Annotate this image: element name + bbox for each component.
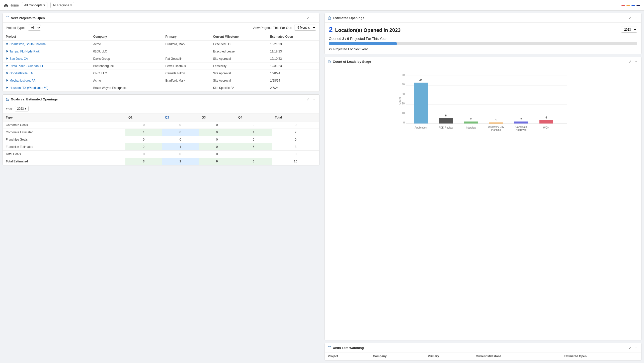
bar-candidate-label1: Candidate — [515, 126, 527, 128]
goals-chart-icon — [6, 97, 9, 101]
project-type-select[interactable]: All — [28, 25, 41, 31]
est-open-cell: 11/18/23 — [267, 48, 319, 55]
col-milestone: Current Milestone — [210, 33, 267, 41]
goals-cell: 6 — [235, 158, 272, 165]
svg-rect-3 — [6, 98, 7, 101]
goals-type-cell: Total Goals — [3, 151, 125, 158]
col-primary: Primary — [163, 33, 210, 41]
project-link[interactable]: ⚑San Jose, CA — [3, 55, 90, 63]
project-link[interactable]: ⚑Mechanicsburg, PA — [3, 77, 90, 84]
project-link[interactable]: ⚑Tampa, FL (Hyde Park) — [3, 48, 90, 55]
goals-expand-button[interactable]: ⤢ — [306, 97, 311, 102]
leads-chart-actions: ⤢ − — [628, 59, 638, 64]
next-projects-card: Next Projects to Open ⤢ − Project Type: … — [3, 13, 319, 92]
table-row: ⚑Tampa, FL (Hyde Park) 0209, LLC Execute… — [3, 48, 319, 55]
goals-collapse-button[interactable]: − — [312, 97, 316, 102]
leads-chart-card: Count of Leads by Stage ⤢ − 0 10 20 30 4… — [325, 57, 641, 340]
y-label-10: 10 — [402, 111, 405, 114]
next-projects-actions: ⤢ − — [306, 15, 316, 20]
far-out-select[interactable]: 9 Months — [294, 25, 316, 31]
goals-cell: 5 — [235, 143, 272, 151]
leads-chart-title: Count of Leads by Stage — [333, 60, 371, 64]
company-cell: Acme — [90, 77, 163, 84]
y-axis-label: Count — [398, 97, 401, 104]
bar-discovery: 1 Discovery Day Planning — [488, 119, 504, 131]
projects-table-header: Project Company Primary Current Mileston… — [3, 33, 319, 41]
bar-discovery-value: 1 — [495, 119, 497, 122]
col-est-open: Estimated Open — [267, 33, 319, 41]
units-collapse-button[interactable]: − — [634, 345, 638, 350]
goals-total-cell: 8 — [272, 143, 319, 151]
color-indicator-blue — [631, 5, 635, 6]
projected-next: 29 Projected For Next Year — [329, 47, 637, 51]
est-chart-icon — [328, 16, 331, 20]
units-col-project: Project — [325, 352, 370, 360]
project-link[interactable]: ⚑Pizza Place - Orlando, FL — [3, 63, 90, 70]
svg-rect-11 — [330, 61, 331, 63]
est-open-cell: 1/28/24 — [267, 77, 319, 84]
goals-total-cell: 10 — [272, 158, 319, 165]
leads-chart-svg: 0 10 20 30 40 50 Count — [329, 68, 637, 136]
goals-total-cell: 0 — [272, 151, 319, 158]
bar-interview-label: Interview — [466, 126, 476, 129]
units-col-primary: Primary — [425, 352, 473, 360]
table-row: ⚑Houston, TX (Woodlands #2) Bruce Wayne … — [3, 84, 319, 92]
goals-col-total: Total — [272, 114, 319, 122]
primary-cell: Bradford, Mark — [163, 77, 210, 84]
milestone-cell: Site Specific FA — [210, 84, 267, 92]
home-nav[interactable]: Home — [4, 3, 19, 7]
goals-cell: 0 — [235, 122, 272, 129]
goals-col-q3: Q3 — [199, 114, 235, 122]
goals-cell: 0 — [199, 129, 235, 136]
progress-sep: / — [345, 37, 346, 41]
project-link[interactable]: ⚑Houston, TX (Woodlands #2) — [3, 84, 90, 92]
bar-discovery-label2: Planning — [491, 129, 501, 131]
company-cell: Davis Group — [90, 55, 163, 63]
units-col-est-open: Estimated Open — [561, 352, 641, 360]
goals-type-cell: Corporate Goals — [3, 122, 125, 129]
est-open-cell: 12/31/23 — [267, 63, 319, 70]
color-indicator-red — [621, 5, 625, 6]
est-top-section: 2 Location(s) Opened In 2023 2023 — [325, 23, 641, 35]
table-row: Corporate Goals 0 0 0 0 0 — [3, 122, 319, 129]
bar-discovery-label1: Discovery Day — [488, 126, 504, 128]
units-col-milestone: Current Milestone — [473, 352, 561, 360]
bar-won-value: 4 — [545, 116, 547, 119]
primary-cell — [163, 48, 210, 55]
svg-rect-4 — [7, 98, 8, 101]
projects-table: Project Company Primary Current Mileston… — [3, 33, 319, 92]
est-year-select[interactable]: 2023 — [621, 27, 637, 33]
y-label-30: 30 — [402, 92, 405, 95]
leads-chart-title-row: Count of Leads by Stage — [328, 60, 628, 64]
goals-total-cell: 0 — [272, 136, 319, 143]
project-link[interactable]: ⚑Goodlettsville, TN — [3, 70, 90, 77]
milestone-cell: Site Approval — [210, 77, 267, 84]
leads-chart-header: Count of Leads by Stage ⤢ − — [325, 57, 641, 66]
home-icon — [4, 3, 8, 7]
year-label: Year — [6, 107, 12, 111]
bar-fdd-rect — [439, 118, 453, 124]
far-out-label: View Projects This Far Out: — [253, 26, 292, 30]
year-select[interactable]: 2023 ▾ — [15, 106, 29, 111]
goals-header: Goals vs. Estimated Openings ⤢ − — [3, 95, 319, 104]
progress-total: 9 — [347, 37, 349, 41]
goals-type-cell: Franchise Estimated — [3, 143, 125, 151]
collapse-button[interactable]: − — [312, 15, 316, 20]
units-watching-title: Units I am Watching — [333, 346, 364, 350]
project-link[interactable]: ⚑Charleston, South Carolina — [3, 41, 90, 48]
est-expand-button[interactable]: ⤢ — [628, 15, 633, 20]
leads-expand-button[interactable]: ⤢ — [628, 59, 633, 64]
goals-col-q4: Q4 — [235, 114, 272, 122]
expand-button[interactable]: ⤢ — [306, 15, 311, 20]
est-collapse-button[interactable]: − — [634, 15, 638, 20]
concepts-dropdown[interactable]: All Concepts ▾ — [22, 2, 47, 8]
goals-cell: 0 — [199, 122, 235, 129]
goals-cell: 0 — [162, 136, 199, 143]
est-opened-text: Location(s) Opened In 2023 — [335, 27, 400, 33]
leads-collapse-button[interactable]: − — [634, 59, 638, 64]
regions-dropdown[interactable]: All Regions ▾ — [50, 2, 74, 8]
units-table-header: Project Company Primary Current Mileston… — [325, 352, 641, 360]
units-expand-button[interactable]: ⤢ — [628, 345, 633, 350]
bar-fdd-label: FDD Review — [439, 126, 453, 129]
bar-won-label: WON — [543, 126, 549, 129]
